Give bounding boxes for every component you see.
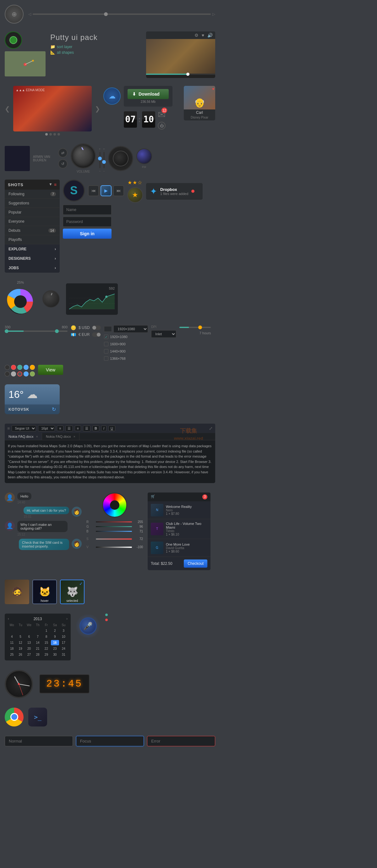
download-button[interactable]: ⬇ Download (128, 89, 169, 99)
time-handle[interactable] (198, 326, 202, 329)
shots-item-playoffs[interactable]: Playoffs (5, 235, 60, 244)
align-justify-btn[interactable]: ☰ (83, 426, 91, 432)
sort-layer-link[interactable]: sort layer (57, 45, 72, 49)
cal-d-30[interactable]: 30 (51, 652, 59, 657)
profile-heart-icon[interactable]: ♥ (212, 87, 214, 91)
range-handle-left[interactable] (5, 329, 8, 333)
cal-d-3[interactable]: 3 (60, 628, 68, 633)
color-red[interactable] (11, 365, 16, 370)
shots-item-popular[interactable]: Popular (5, 208, 60, 217)
align-right-btn[interactable]: ≡ (75, 426, 81, 431)
next-button[interactable]: ⏭ (113, 185, 124, 196)
terminal-logo[interactable]: >_ (28, 708, 47, 726)
error-input[interactable] (147, 736, 215, 746)
nav-joystick[interactable] (5, 5, 24, 24)
tab-1-close[interactable]: × (36, 435, 38, 438)
power-button[interactable]: ⏻ (158, 122, 166, 130)
dot-1[interactable] (45, 133, 48, 135)
rgb-r-track[interactable] (96, 521, 132, 522)
chrome-logo[interactable] (5, 708, 24, 726)
shots-menu-icon[interactable]: ≡ (54, 182, 57, 187)
cal-d-18[interactable]: 18 (8, 646, 16, 651)
password-input[interactable] (63, 217, 111, 227)
cal-d-16-today[interactable]: 16 (51, 640, 59, 645)
tab-1[interactable]: Nokia FAQ.docx × (5, 433, 42, 440)
time-track[interactable] (179, 327, 211, 328)
tab-2[interactable]: Nokia FAQ.docx × (42, 433, 79, 440)
range-handle-right[interactable] (55, 329, 59, 333)
res-option-3[interactable]: 1440×900 (104, 349, 148, 353)
cal-d-8[interactable]: 8 (42, 634, 50, 639)
slider-handle[interactable] (104, 12, 108, 16)
checkout-button[interactable]: Checkout (184, 559, 207, 568)
carousel-left-arrow[interactable]: ❮ (5, 105, 10, 113)
game-thumb-hover[interactable]: 🐱 hover (32, 580, 57, 604)
mic-button[interactable]: 🎤 (79, 617, 97, 634)
prev-button[interactable]: ⏮ (88, 185, 99, 196)
shuffle-button[interactable]: ⇄ (58, 148, 68, 158)
cal-d-23[interactable]: 23 (51, 646, 59, 651)
view-button[interactable]: View (38, 365, 63, 375)
color-green[interactable] (17, 365, 22, 370)
shots-explore[interactable]: EXPLORE › (5, 244, 60, 254)
range-track[interactable] (5, 331, 68, 332)
cal-d-19[interactable]: 19 (16, 646, 24, 651)
color-olive[interactable] (30, 371, 35, 376)
underline-btn[interactable]: U (108, 426, 115, 431)
cal-d-9[interactable]: 9 (51, 634, 59, 639)
dot-4[interactable] (58, 133, 60, 135)
color-cyan[interactable] (24, 371, 29, 376)
color-dark[interactable] (5, 365, 10, 370)
shots-jobs[interactable]: JOBS › (5, 263, 60, 273)
heart-icon[interactable]: ♥ (202, 33, 204, 38)
cal-d-31[interactable]: 31 (60, 652, 68, 657)
res-option-1[interactable]: ✓ 1920×1080 (104, 335, 148, 339)
volume-knob[interactable] (71, 144, 96, 168)
cloud-icon[interactable]: ☁ (103, 87, 121, 105)
normal-input[interactable] (5, 736, 73, 746)
play-pause-button[interactable]: ▶ (101, 185, 111, 196)
cal-d-29[interactable]: 29 (42, 652, 50, 657)
editor-menu-icon[interactable]: ≡ (7, 426, 10, 431)
cal-d-11[interactable]: 11 (8, 640, 16, 645)
cal-d-14[interactable]: 14 (34, 640, 41, 645)
expand-icon[interactable]: ⤢ (209, 426, 213, 431)
dot-2[interactable] (49, 133, 52, 135)
star-knob[interactable]: ★ (127, 187, 143, 203)
dot-3[interactable] (54, 133, 56, 135)
repeat-button[interactable]: ↺ (58, 159, 68, 168)
fm-ball[interactable] (136, 149, 152, 164)
usd-toggle-switch[interactable] (92, 326, 101, 330)
cal-prev-icon[interactable]: ‹ (8, 617, 9, 621)
cal-d-21[interactable]: 21 (34, 646, 41, 651)
eur-toggle-switch[interactable] (92, 333, 101, 337)
graph-knob[interactable] (42, 290, 60, 308)
color-wheel[interactable] (102, 493, 127, 518)
sign-in-button[interactable]: Sign in (63, 229, 111, 239)
all-shapes-link[interactable]: all shapes (57, 50, 74, 55)
cal-d-15[interactable]: 15 (42, 640, 50, 645)
cal-d-26[interactable]: 26 (16, 652, 24, 657)
shots-item-debuts[interactable]: Debuts 14 (5, 226, 60, 235)
focus-input[interactable] (76, 736, 144, 746)
cal-d-28[interactable]: 28 (34, 652, 41, 657)
italic-btn[interactable]: I (101, 426, 106, 431)
cal-d-22[interactable]: 22 (42, 646, 50, 651)
shots-designers[interactable]: DESIGNERS › (5, 254, 60, 263)
name-input[interactable] (63, 205, 111, 215)
game-thumb-selected[interactable]: 🐺 ✓ selected (60, 580, 84, 604)
carousel-right-arrow[interactable]: ❯ (95, 105, 100, 113)
cal-d-20[interactable]: 20 (25, 646, 33, 651)
shots-item-following[interactable]: Following 7 (5, 190, 60, 199)
val-track[interactable] (96, 547, 132, 548)
editor-content[interactable]: If you have installed Nokia Maps Suite 2… (5, 440, 215, 483)
video-progress-bar[interactable] (146, 73, 215, 75)
color-selected-red[interactable] (17, 371, 22, 376)
res-option-2[interactable]: 1600×900 (104, 342, 148, 346)
res-option-4[interactable]: 1366×768 (104, 356, 148, 361)
color-gray[interactable] (11, 371, 16, 376)
sat-track[interactable] (96, 538, 132, 540)
bold-btn[interactable]: B (92, 426, 99, 431)
cal-d-12[interactable]: 12 (16, 640, 24, 645)
cal-d-13[interactable]: 13 (25, 640, 33, 645)
